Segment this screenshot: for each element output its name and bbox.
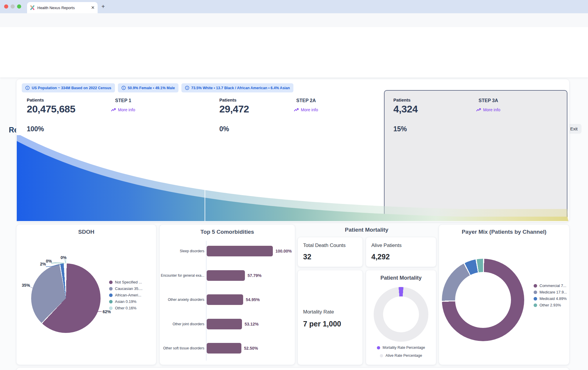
sdoh-legend-item-4[interactable]: Other 0.16% <box>109 306 136 310</box>
sdoh-legend-item-1[interactable]: Caucasian 35.... <box>109 286 143 291</box>
comorbidity-bar-2[interactable] <box>207 294 243 305</box>
stat-label: Alive Patients <box>371 243 402 248</box>
funnel-step-2-percent: 0% <box>219 125 229 133</box>
funnel-step-1-patients-label: Patients <box>27 97 44 102</box>
legend-label: Asian 0.19% <box>115 299 136 304</box>
payer-legend-item-3[interactable]: Other 2.93% <box>534 303 561 307</box>
funnel-step-2-patients-label: Patients <box>219 97 236 102</box>
info-chip-text: US Population ~ 334M Based on 2022 Censu… <box>32 86 111 90</box>
legend-label: Other 0.16% <box>115 306 136 310</box>
funnel-step-2-more-info-link[interactable]: More info <box>283 107 330 112</box>
stat-label: Total Death Counts <box>303 243 346 248</box>
payer-legend-item-2[interactable]: Medicaid 4.89% <box>534 296 567 301</box>
browser-tab[interactable]: Health Nexus Reports ✕ <box>27 2 98 13</box>
comorbidity-label-4: Other soft tissue disorders <box>160 346 204 350</box>
comorbidity-bar-3[interactable] <box>207 319 242 329</box>
comorbidity-value-0: 100.00% <box>275 249 292 253</box>
info-chip-text: 50.9% Female • 49.1% Male <box>128 86 175 90</box>
legend-swatch <box>534 303 537 307</box>
mortality-stat-card-0: Total Death Counts32 <box>298 237 363 267</box>
funnel-step-1-more-info-link[interactable]: More info <box>100 107 147 112</box>
tab-favicon-icon <box>30 5 35 10</box>
report-title-bar: Report Results: narcolepsy 2 Exit <box>0 60 588 77</box>
legend-swatch <box>534 291 537 294</box>
next-section-card-partial <box>16 367 569 370</box>
legend-label: African-Ameri... <box>115 293 141 297</box>
browser-tabstrip: Health Nexus Reports ✕ + <box>0 0 588 13</box>
mortality-section-title: Patient Mortality <box>298 227 436 233</box>
mortality-donut-card: Patient Mortality Mortality Rate Percent… <box>366 270 436 365</box>
comorbidity-value-4: 52.50% <box>244 346 258 351</box>
legend-label: Mortality Rate Percentage <box>382 346 425 350</box>
legend-label: Alive Rate Percentage <box>385 354 422 358</box>
info-chip-0: US Population ~ 334M Based on 2022 Censu… <box>22 83 115 92</box>
sdoh-legend-item-3[interactable]: Asian 0.19% <box>109 299 136 304</box>
sdoh-callout-2: 2% <box>40 262 46 266</box>
legend-label: Not Specified ... <box>115 280 142 284</box>
comorbidity-label-1: Encounter for general exa... <box>160 273 204 278</box>
legend-swatch <box>109 281 113 284</box>
mortality-donut-title: Patient Mortality <box>366 275 436 281</box>
sdoh-callout-1: 35% <box>22 283 30 288</box>
mortality-stat-card-2: Mortality Rate7 per 1,000 <box>298 270 363 365</box>
window-minimize-button[interactable] <box>11 4 15 9</box>
funnel-step-1-value: 20,475,685 <box>27 103 75 115</box>
sdoh-card: SDOH 62%35%2%0%0% Not Specified ...Cauca… <box>16 224 156 365</box>
funnel-step-3-more-info-link[interactable]: More info <box>465 107 512 112</box>
funnel-area-chart[interactable] <box>17 135 568 221</box>
tab-title: Health Nexus Reports <box>37 6 91 10</box>
legend-label: Medicare 17.9... <box>539 290 567 294</box>
window-zoom-button[interactable] <box>17 4 21 9</box>
comorbidity-bar-4[interactable] <box>207 343 241 354</box>
trending-up-icon <box>111 108 116 112</box>
payer-mix-title: Payer Mix (Patients by Channel) <box>439 229 569 235</box>
new-tab-button[interactable]: + <box>101 4 105 9</box>
funnel-step-1-percent: 100% <box>27 125 44 133</box>
legend-label: Commercial 7... <box>539 283 566 288</box>
legend-swatch <box>109 306 113 310</box>
comorbidity-value-3: 53.12% <box>245 322 258 326</box>
comorbidities-card: Top 5 Comorbidities Sleep disorders100.0… <box>159 224 295 365</box>
info-chip-text: 73.5% White • 13.7 Black / African Ameri… <box>191 86 290 90</box>
trending-up-icon <box>476 108 481 112</box>
sdoh-legend-item-0[interactable]: Not Specified ... <box>109 280 142 284</box>
legend-swatch <box>380 354 383 357</box>
mortality-legend-item-0[interactable]: Mortality Rate Percentage <box>366 346 436 350</box>
more-info-text: More info <box>483 107 500 112</box>
sdoh-callout-4: 0% <box>61 255 66 260</box>
comorbidity-label-2: Other anxiety disorders <box>160 298 204 302</box>
info-chip-2: 73.5% White • 13.7 Black / African Ameri… <box>181 83 293 92</box>
stat-value: 32 <box>303 253 311 261</box>
legend-swatch <box>534 297 537 301</box>
info-icon <box>185 86 189 90</box>
payer-donut-hole <box>455 272 511 328</box>
funnel-step-3-percent: 15% <box>393 125 407 133</box>
browser-toolbar: rr.purplelab.com/reports/results/154103 … <box>0 13 588 27</box>
mortality-legend-item-1[interactable]: Alive Rate Percentage <box>366 354 436 358</box>
legend-label: Caucasian 35.... <box>115 286 143 291</box>
info-icon <box>121 86 126 90</box>
info-icon <box>25 86 30 90</box>
funnel-step-3-label: STEP 3A <box>465 98 512 103</box>
legend-swatch <box>109 287 113 291</box>
more-info-text: More info <box>118 107 135 112</box>
funnel-step-3-patients-label: Patients <box>393 97 410 102</box>
legend-swatch <box>377 346 380 349</box>
mortality-stat-card-1: Alive Patients4,292 <box>366 237 436 267</box>
stat-value: 4,292 <box>371 253 390 261</box>
window-close-button[interactable] <box>4 4 8 9</box>
payer-legend-item-0[interactable]: Commercial 7... <box>534 283 566 288</box>
payer-mix-card: Payer Mix (Patients by Channel) Commerci… <box>439 224 569 365</box>
payer-legend-item-1[interactable]: Medicare 17.9... <box>534 290 567 294</box>
screen: Health Nexus Reports ✕ + rr.purplelab.co… <box>0 0 588 370</box>
funnel-step-2-label: STEP 2A <box>283 98 330 103</box>
comorbidity-bar-0[interactable] <box>207 246 273 256</box>
comorbidity-label-0: Sleep disorders <box>160 249 204 253</box>
mortality-donut-hole <box>383 296 419 332</box>
tab-close-icon[interactable]: ✕ <box>91 5 95 10</box>
info-chip-1: 50.9% Female • 49.1% Male <box>118 83 178 92</box>
comorbidities-axis <box>206 241 206 361</box>
sdoh-legend-item-2[interactable]: African-Ameri... <box>109 293 141 297</box>
comorbidity-bar-1[interactable] <box>207 270 245 281</box>
comorbidity-value-1: 57.79% <box>248 273 261 278</box>
